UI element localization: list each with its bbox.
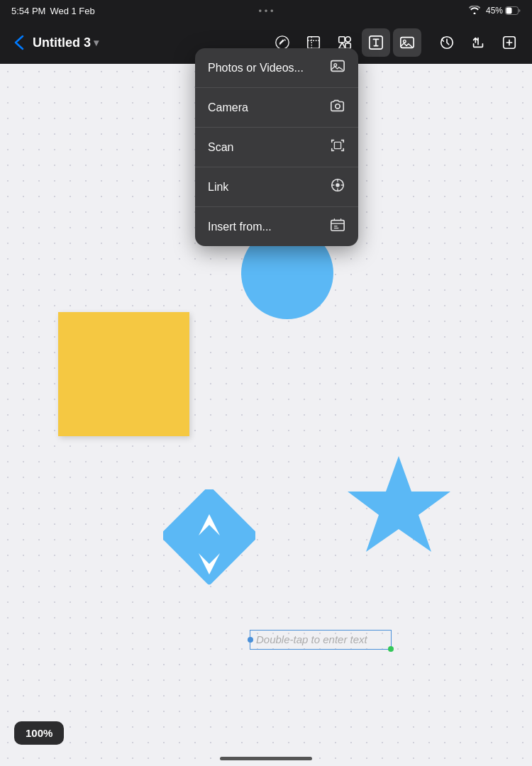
camera-item[interactable]: Camera <box>195 88 358 128</box>
insert-from-label: Insert from... <box>208 221 272 233</box>
scan-item[interactable]: Scan <box>195 128 358 167</box>
link-item[interactable]: Link <box>195 167 358 207</box>
photos-videos-item[interactable]: Photos or Videos... <box>195 48 358 88</box>
svg-point-21 <box>336 104 340 109</box>
camera-label: Camera <box>208 101 248 114</box>
svg-rect-29 <box>331 221 344 231</box>
insert-from-icon <box>330 217 345 236</box>
link-icon <box>330 177 345 196</box>
svg-point-24 <box>336 183 340 187</box>
photos-videos-icon <box>330 58 345 77</box>
insert-from-item[interactable]: Insert from... <box>195 207 358 246</box>
photos-videos-label: Photos or Videos... <box>208 62 304 74</box>
link-label: Link <box>208 181 228 194</box>
insert-dropdown-menu: Photos or Videos... Camera Scan <box>195 48 358 246</box>
camera-icon <box>330 98 345 117</box>
svg-rect-22 <box>334 142 340 148</box>
scan-icon <box>330 138 345 157</box>
scan-label: Scan <box>208 141 233 154</box>
